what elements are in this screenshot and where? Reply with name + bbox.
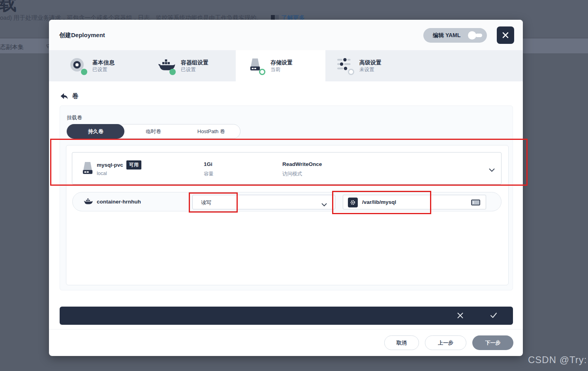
edit-yaml-toggle[interactable]: 编辑 YAML — [423, 28, 487, 43]
create-deployment-modal: 创建Deployment 编辑 YAML — [49, 20, 523, 356]
docker-whale-icon — [158, 57, 175, 75]
toggle-switch-off-icon — [468, 31, 483, 40]
modal-header: 创建Deployment 编辑 YAML — [49, 20, 523, 50]
section-title: 卷 — [72, 92, 79, 100]
next-step-button[interactable]: 下一步 — [472, 335, 513, 350]
subpath-toggle-icon[interactable] — [471, 200, 480, 205]
edit-yaml-label: 编辑 YAML — [433, 32, 460, 39]
container-mount-row: container-hrnhuh 读写 — [72, 192, 502, 211]
volume-type-tabs: 持久卷 临时卷 HostPath 卷 — [66, 124, 240, 139]
mount-path-value: /var/lib/mysql — [362, 199, 396, 205]
pvc-capacity-value: 1Gi — [204, 161, 212, 167]
step-label: 基本信息 — [92, 59, 115, 66]
back-arrow-icon — [60, 93, 68, 100]
step-container-settings[interactable]: 容器组设置 已设置 — [147, 50, 236, 81]
back-button[interactable]: 卷 — [60, 92, 79, 100]
step-advanced-settings[interactable]: 高级设置 未设置 — [325, 50, 523, 81]
wizard-steps: 基本信息 已设置 — [49, 50, 523, 81]
step-label: 存储设置 — [271, 59, 293, 66]
docker-whale-icon — [84, 198, 93, 207]
gear-icon — [348, 198, 358, 207]
pvc-storage-class: local — [97, 171, 107, 176]
container-name: container-hrnhuh — [97, 199, 141, 205]
step-status: 已设置 — [92, 66, 115, 73]
background-page-heading: 载 — [0, 0, 17, 16]
step-basic-info[interactable]: 基本信息 已设置 — [49, 50, 147, 81]
access-mode-select[interactable]: 读写 — [192, 195, 335, 209]
pvc-name: mysql-pvc — [97, 162, 123, 168]
step-storage-settings[interactable]: 存储设置 当前 — [236, 50, 325, 81]
close-icon — [502, 32, 509, 39]
cancel-button[interactable]: 取消 — [384, 335, 419, 350]
tab-persistent-volume[interactable]: 持久卷 — [67, 124, 124, 139]
previous-step-button[interactable]: 上一步 — [425, 335, 466, 350]
tab-hostpath-volume[interactable]: HostPath 卷 — [182, 124, 240, 139]
step-current-dot — [259, 69, 265, 75]
step-label: 容器组设置 — [181, 59, 209, 66]
modal-title: 创建Deployment — [59, 32, 105, 39]
mount-volume-label: 挂载卷 — [67, 114, 82, 121]
confirm-check-icon[interactable] — [490, 312, 497, 320]
volume-config-box: mysql-pvc 可用 local 1Gi 容量 ReadWriteOnce … — [66, 145, 509, 285]
pvc-status-badge: 可用 — [126, 160, 141, 169]
background-tab-statefulset[interactable]: 态副本集 — [0, 43, 24, 51]
step-done-dot — [169, 69, 176, 75]
mount-volume-panel: 挂载卷 持久卷 临时卷 HostPath 卷 — [60, 105, 513, 290]
step-label: 高级设置 — [359, 59, 381, 66]
pvc-capacity-label: 容量 — [204, 171, 214, 177]
pod-icon — [70, 57, 87, 75]
chevron-down-icon — [321, 201, 327, 208]
tab-temporary-volume[interactable]: 临时卷 — [124, 124, 182, 139]
step-status: 未设置 — [359, 66, 381, 73]
pvc-access-mode-value: ReadWriteOnce — [282, 161, 322, 167]
step-status: 已设置 — [181, 66, 209, 73]
screen: 载 oad) 用于处理业务请求，可包含一个或多个容器组，日志、监控等系统功能也是… — [0, 0, 588, 371]
watermark: CSDN @Try: — [528, 354, 587, 365]
storage-icon — [80, 160, 95, 179]
step-done-dot — [81, 69, 87, 75]
confirm-bar — [60, 307, 513, 325]
cancel-icon[interactable] — [457, 312, 464, 320]
step-pending-dot — [348, 69, 354, 75]
sliders-icon — [336, 57, 354, 75]
step-status: 当前 — [271, 66, 293, 73]
divider — [49, 329, 523, 330]
chevron-down-icon[interactable] — [489, 167, 495, 174]
access-mode-value: 读写 — [201, 199, 211, 206]
pvc-access-mode-label: 访问模式 — [282, 171, 302, 177]
pvc-card[interactable]: mysql-pvc 可用 local 1Gi 容量 ReadWriteOnce … — [72, 152, 502, 185]
mount-path-input[interactable]: /var/lib/mysql — [343, 195, 486, 209]
close-button[interactable] — [497, 26, 514, 44]
storage-icon — [248, 57, 265, 75]
